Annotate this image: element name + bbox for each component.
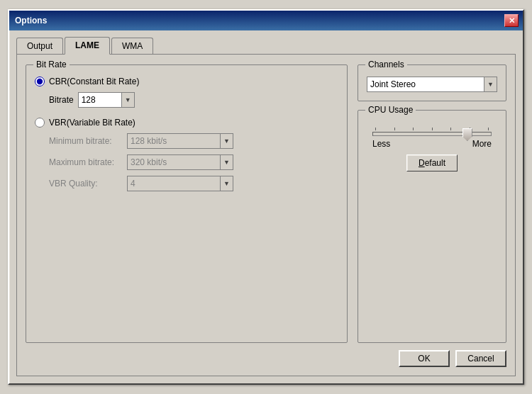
vbr-radio[interactable] — [35, 118, 45, 128]
vbr-radio-row: VBR(Variable Bit Rate) — [35, 118, 338, 128]
cpu-usage-label: CPU Usage — [365, 105, 416, 115]
window-title: Options — [15, 16, 47, 26]
max-bitrate-row: Maximum bitrate: 320 kbit/s ▼ — [49, 154, 338, 170]
bitrate-value: 128 — [79, 94, 121, 106]
tick-marks — [372, 128, 492, 130]
vbr-quality-combo-btn: ▼ — [220, 176, 233, 191]
channels-group: Channels Joint Stereo ▼ — [358, 64, 506, 101]
right-column: Channels Joint Stereo ▼ CPU Usage — [358, 64, 506, 343]
tab-output[interactable]: Output — [16, 38, 63, 55]
tick-5 — [450, 128, 451, 130]
min-bitrate-row: Minimum bitrate: 128 kbit/s ▼ — [49, 133, 338, 149]
title-bar: Options ✕ — [9, 11, 523, 30]
max-bitrate-combo-btn: ▼ — [220, 155, 233, 169]
tab-lame[interactable]: LAME — [65, 37, 110, 55]
cpu-usage-group: CPU Usage — [358, 110, 506, 343]
bottom-row: OK Cancel — [26, 350, 506, 367]
tick-3 — [413, 128, 414, 130]
bitrate-label: Bitrate — [49, 95, 74, 105]
window-body: Output LAME WMA Bit Rate CBR(Constant Bi… — [9, 30, 523, 383]
tick-1 — [375, 128, 376, 130]
cancel-button[interactable]: Cancel — [455, 350, 506, 367]
channels-arrow: ▼ — [487, 81, 494, 88]
cbr-radio-row: CBR(Constant Bit Rate) — [35, 77, 338, 86]
min-bitrate-combo-btn: ▼ — [220, 134, 233, 148]
vbr-quality-value: 4 — [128, 177, 220, 190]
default-btn-row: Default — [367, 154, 497, 171]
min-bitrate-value: 128 kbit/s — [128, 135, 220, 147]
slider-more-label: More — [472, 139, 492, 149]
vbr-quality-row: VBR Quality: 4 ▼ — [49, 176, 338, 191]
tab-bar: Output LAME WMA — [16, 36, 516, 54]
max-bitrate-combo: 320 kbit/s ▼ — [127, 154, 233, 170]
channels-label: Channels — [365, 60, 407, 69]
min-bitrate-combo: 128 kbit/s ▼ — [127, 133, 233, 149]
channels-combo[interactable]: Joint Stereo ▼ — [367, 77, 497, 92]
channels-combo-btn[interactable]: ▼ — [484, 77, 497, 91]
min-bitrate-label: Minimum bitrate: — [49, 136, 127, 146]
slider-less-label: Less — [372, 139, 390, 149]
bitrate-group-label: Bit Rate — [33, 60, 70, 69]
slider-labels: Less More — [372, 139, 492, 149]
cbr-radio[interactable] — [35, 77, 45, 86]
max-bitrate-value: 320 kbit/s — [128, 156, 220, 169]
max-bitrate-label: Maximum bitrate: — [49, 157, 127, 167]
tab-wma[interactable]: WMA — [111, 38, 153, 55]
tab-content: Bit Rate CBR(Constant Bit Rate) Bitrate … — [16, 54, 516, 376]
vbr-section: Minimum bitrate: 128 kbit/s ▼ Maximum bi… — [49, 133, 338, 191]
bitrate-combo[interactable]: 128 ▼ — [78, 92, 135, 108]
cbr-label: CBR(Constant Bit Rate) — [49, 77, 139, 86]
close-button[interactable]: ✕ — [504, 14, 519, 27]
tick-4 — [432, 128, 433, 130]
tick-2 — [394, 128, 395, 130]
max-bitrate-arrow: ▼ — [223, 159, 230, 166]
bitrate-combo-btn[interactable]: ▼ — [121, 93, 134, 107]
slider-container: Less More — [367, 122, 497, 152]
vbr-quality-combo: 4 ▼ — [127, 176, 233, 191]
tick-7 — [488, 128, 489, 130]
min-bitrate-arrow: ▼ — [223, 137, 230, 145]
content-row: Bit Rate CBR(Constant Bit Rate) Bitrate … — [26, 64, 506, 343]
channels-value: Joint Stereo — [367, 78, 484, 91]
bitrate-group: Bit Rate CBR(Constant Bit Rate) Bitrate … — [26, 64, 348, 343]
vbr-quality-label: VBR Quality: — [49, 179, 127, 188]
bitrate-row: Bitrate 128 ▼ — [49, 92, 338, 108]
slider-track — [372, 132, 492, 136]
vbr-quality-arrow: ▼ — [223, 180, 230, 187]
vbr-label: VBR(Variable Bit Rate) — [49, 118, 135, 128]
ok-button[interactable]: OK — [399, 350, 450, 367]
default-button[interactable]: Default — [406, 154, 458, 171]
options-window: Options ✕ Output LAME WMA Bit Rate — [8, 9, 524, 385]
bitrate-combo-arrow: ▼ — [125, 96, 131, 103]
